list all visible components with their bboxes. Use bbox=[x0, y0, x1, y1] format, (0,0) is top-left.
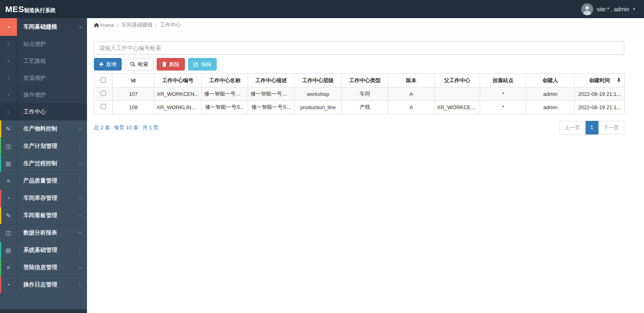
accent-stripe bbox=[0, 190, 1, 207]
cell-parent bbox=[435, 87, 480, 101]
sidebar-item-label: 操作日志管理 bbox=[17, 281, 79, 288]
main-content: Home / 车间基础建模 / 工作中心 新增 检索 删除 编辑 bbox=[87, 18, 644, 313]
cell-id: 108 bbox=[113, 101, 154, 114]
next-page-button[interactable]: 下一页 bbox=[598, 121, 624, 135]
cell-created-time: 2022-08-19 21:1... bbox=[575, 87, 625, 101]
chevron-down-icon: › bbox=[79, 126, 87, 132]
breadcrumb-home-link[interactable]: Home bbox=[94, 22, 114, 28]
toolbar: 新增 检索 删除 编辑 bbox=[94, 58, 624, 70]
cell-level: workshop bbox=[294, 87, 342, 101]
sidebar-item-label: 系统基础管理 bbox=[17, 247, 79, 254]
row-checkbox[interactable] bbox=[101, 104, 106, 109]
breadcrumb-level1[interactable]: 车间基础建模 bbox=[121, 21, 153, 29]
table-row[interactable]: 107 XR_WORKCEN... 修一智能一号车间 修一智能一号车间 work… bbox=[94, 87, 625, 101]
sidebar-item-label: 生产过程控制 bbox=[17, 160, 79, 167]
cell-name: 修一智能一号车间 bbox=[202, 87, 248, 101]
cell-level: production_line bbox=[294, 101, 342, 114]
sidebar-item-system-basic-management[interactable]: ▤ 系统基础管理 › bbox=[0, 242, 87, 259]
sidebar-item-product-quality-management[interactable]: ≡ 产品质量管理 › bbox=[0, 172, 87, 190]
breadcrumb-separator: / bbox=[155, 22, 157, 28]
sidebar-item-data-analysis-report[interactable]: ◫ 数据分析报表 › bbox=[0, 224, 87, 242]
breadcrumb: Home / 车间基础建模 / 工作中心 bbox=[87, 18, 644, 32]
sidebar-item-workshop-inventory-management[interactable]: ◔ 车间库存管理 › bbox=[0, 190, 87, 207]
list-icon: ≡ bbox=[0, 172, 17, 189]
book-icon: ▤ bbox=[0, 155, 17, 172]
sidebar-item-label: 车间库存管理 bbox=[17, 195, 79, 202]
sidebar-item-label: 登陆信息管理 bbox=[17, 264, 79, 271]
cell-version: A bbox=[388, 87, 435, 101]
work-center-table: id 工作中心编号 工作中心名称 工作中心描述 工作中心层级 工作中心类型 版本… bbox=[94, 73, 624, 114]
cell-creator: admin bbox=[526, 101, 575, 114]
sidebar-item-production-material-control[interactable]: ✎ 生产物料控制 › bbox=[0, 120, 87, 138]
column-header-id: id bbox=[113, 74, 154, 87]
accent-stripe bbox=[0, 242, 1, 259]
delete-button[interactable]: 删除 bbox=[157, 58, 185, 70]
add-button[interactable]: 新增 bbox=[94, 58, 122, 70]
caret-down-icon: ▾ bbox=[633, 6, 635, 12]
chevron-down-icon: › bbox=[79, 265, 87, 271]
column-header-type: 工作中心类型 bbox=[342, 74, 388, 87]
search-icon bbox=[130, 62, 135, 67]
cell-id: 107 bbox=[113, 87, 154, 101]
chevron-down-icon: › bbox=[79, 195, 87, 201]
pagination-per-page: 每页 10 条 bbox=[114, 124, 139, 131]
sidebar-item-label: 站点维护 bbox=[17, 41, 46, 48]
sidebar-item-operation-maintenance[interactable]: › 操作维护 bbox=[0, 87, 87, 104]
chevron-down-icon: › bbox=[79, 247, 87, 253]
breadcrumb-home-label: Home bbox=[100, 22, 114, 28]
edit-icon bbox=[193, 62, 199, 67]
app-logo[interactable]: MES制造执行系统 bbox=[0, 4, 56, 14]
top-navbar: MES制造执行系统 site:* , admin ▾ bbox=[0, 0, 644, 18]
accent-stripe bbox=[0, 207, 1, 224]
prev-page-button[interactable]: 上一页 bbox=[559, 121, 586, 135]
table-row[interactable]: 108 XR_WORKLINE... 修一智能一号S... 修一智能一号S...… bbox=[94, 101, 625, 114]
column-header-station: 挂靠站点 bbox=[480, 74, 526, 87]
pagination-summary[interactable]: 总 2 条 每页 10 条 共 1 页 bbox=[94, 121, 161, 131]
dashboard-icon: ◔ bbox=[0, 190, 17, 207]
row-checkbox[interactable] bbox=[101, 91, 106, 96]
select-all-cell bbox=[94, 74, 113, 87]
pin-icon[interactable] bbox=[617, 78, 621, 83]
sidebar-item-label: 操作维护 bbox=[17, 91, 46, 99]
pagination-total: 总 2 条 bbox=[94, 124, 110, 131]
avatar bbox=[581, 3, 593, 15]
table-header-row: id 工作中心编号 工作中心名称 工作中心描述 工作中心层级 工作中心类型 版本… bbox=[94, 74, 625, 87]
cell-created-time: 2022-08-19 21:1... bbox=[575, 101, 625, 114]
work-center-search-input[interactable] bbox=[94, 41, 624, 55]
accent-stripe bbox=[0, 224, 1, 241]
sidebar-submenu: › 站点维护 › 工艺路线 › 资源维护 › 操作维护 › 工作中心 bbox=[0, 36, 87, 120]
sidebar-item-station-maintenance[interactable]: › 站点维护 bbox=[0, 36, 87, 53]
column-header-code: 工作中心编号 bbox=[154, 74, 202, 87]
accent-stripe bbox=[0, 259, 1, 276]
accent-stripe bbox=[0, 120, 1, 137]
column-header-creator: 创建人 bbox=[526, 74, 575, 87]
sidebar-group-workshop-modeling[interactable]: ◔ 车间基础建模 › bbox=[0, 18, 87, 36]
plus-icon bbox=[99, 62, 104, 66]
sidebar-item-work-center[interactable]: › 工作中心 bbox=[0, 104, 87, 120]
cell-type: 产线 bbox=[342, 101, 388, 114]
page-1-button[interactable]: 1 bbox=[586, 121, 598, 135]
chevron-right-icon: › bbox=[0, 70, 17, 86]
cell-description: 修一智能一号S... bbox=[248, 101, 294, 114]
sidebar-item-production-plan-management[interactable]: ◫ 生产计划管理 › bbox=[0, 138, 87, 155]
cell-code: XR_WORKLINE... bbox=[154, 101, 202, 114]
chevron-down-icon: › bbox=[79, 282, 87, 288]
sidebar-item-operation-log-management[interactable]: ◔ 操作日志管理 › bbox=[0, 276, 87, 294]
sidebar-item-process-route[interactable]: › 工艺路线 bbox=[0, 53, 87, 70]
sidebar-item-resource-maintenance[interactable]: › 资源维护 bbox=[0, 70, 87, 87]
home-icon bbox=[94, 23, 99, 27]
sidebar-item-workshop-kanban-management[interactable]: ✎ 车间看板管理 › bbox=[0, 207, 87, 224]
user-menu[interactable]: site:* , admin ▾ bbox=[581, 3, 644, 15]
sidebar-item-login-info-management[interactable]: ≡ 登陆信息管理 › bbox=[0, 259, 87, 276]
columns-icon: ◫ bbox=[0, 224, 17, 241]
chevron-down-icon: › bbox=[79, 178, 87, 184]
search-button[interactable]: 检索 bbox=[125, 58, 153, 70]
sidebar-item-label: 工艺路线 bbox=[17, 58, 46, 65]
chevron-up-icon: › bbox=[79, 24, 87, 30]
edit-button[interactable]: 编辑 bbox=[188, 58, 217, 70]
sidebar-item-production-process-control[interactable]: ▤ 生产过程控制 › bbox=[0, 155, 87, 172]
columns-icon: ◫ bbox=[0, 138, 17, 155]
user-label: site:* , admin bbox=[597, 6, 630, 12]
sidebar-item-label: 生产物料控制 bbox=[17, 125, 79, 133]
select-all-checkbox[interactable] bbox=[101, 77, 106, 83]
